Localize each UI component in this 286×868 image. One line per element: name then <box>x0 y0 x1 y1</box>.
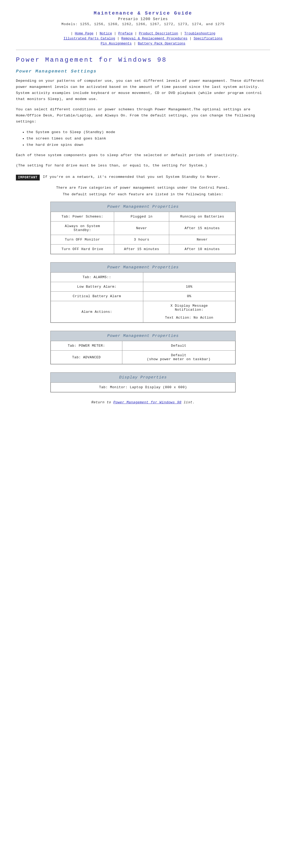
table-cell: Running on Batteries <box>169 212 235 221</box>
bullet-item-1: the System goes to Sleep (Standby) mode <box>27 129 270 135</box>
table-cell: Tab: ALARMS:: <box>51 273 143 282</box>
return-suffix: list. <box>181 400 195 404</box>
table-cell: Alarm Actions: <box>51 301 143 322</box>
table-cell: 0% <box>143 291 235 301</box>
table-cell: Never <box>114 221 169 235</box>
header-title: Maintenance & Service Guide <box>16 10 270 16</box>
nav-line1: | Home Page | Notice | Preface | Product… <box>16 31 270 35</box>
table-cell: Plugged in <box>114 212 169 221</box>
nav-pin-assignments[interactable]: Pin Assignments <box>101 41 132 45</box>
header-section: Maintenance & Service Guide Presario 120… <box>16 10 270 26</box>
page-title: Power Management for Windows 98 <box>16 56 270 63</box>
table-row: Tab: ALARMS:: <box>51 273 235 282</box>
table-cell <box>143 273 235 282</box>
nav-line3: Pin Assignments | Battery Pack Operation… <box>16 41 270 45</box>
table1: Tab: Power Schemes: Plugged in Running o… <box>51 212 235 254</box>
table4-wrapper: Display Properties Tab: Monitor: Laptop … <box>50 372 236 393</box>
table-row: Tab: ADVANCED Default(show power meter o… <box>51 351 235 364</box>
nav-removal[interactable]: Removal & Replacement Procedures <box>121 36 188 40</box>
return-link[interactable]: Power Management for Windows 98 <box>113 400 181 404</box>
table4: Tab: Monitor: Laptop Display (800 x 600) <box>51 382 235 392</box>
table-row: Tab: Monitor: Laptop Display (800 x 600) <box>51 383 235 392</box>
bullet-list: the System goes to Sleep (Standby) mode … <box>27 129 270 149</box>
table3: Tab: POWER METER: Default Tab: ADVANCED … <box>51 341 235 364</box>
body-paragraph-1: Depending on your patterns of computer u… <box>16 78 270 102</box>
nav-product-description[interactable]: Product Description <box>139 31 178 35</box>
table-cell: After 15 minutes <box>169 221 235 235</box>
table4-title: Display Properties <box>51 373 235 382</box>
table2: Tab: ALARMS:: Low Battery Alarm: 10% Cri… <box>51 272 235 322</box>
table-cell: Tab: Monitor: Laptop Display (800 x 600) <box>51 383 235 392</box>
important-text: If you're on a network, it's recommended… <box>43 174 221 180</box>
five-categories-text: There are five categories of power manag… <box>16 186 270 190</box>
important-box: IMPORTANT If you're on a network, it's r… <box>16 174 270 181</box>
nav-troubleshooting[interactable]: Troubleshooting <box>184 31 215 35</box>
default-settings-text: The default settings for each feature ar… <box>16 192 270 196</box>
important-label: IMPORTANT <box>16 175 40 181</box>
table-cell: Tab: Power Schemes: <box>51 212 114 221</box>
nav-battery-pack[interactable]: Battery Pack Operations <box>138 41 185 45</box>
table-cell: Low Battery Alarm: <box>51 282 143 291</box>
table2-wrapper: Power Management Properties Tab: ALARMS:… <box>50 262 236 323</box>
table-row: Alarm Actions: X Display MessageNotifica… <box>51 301 235 322</box>
nav-specifications[interactable]: Specifications <box>194 36 223 40</box>
table-cell: Critical Battery Alarm <box>51 291 143 301</box>
bullet-item-2: the screen times out and goes blank <box>27 135 270 142</box>
table3-wrapper: Power Management Properties Tab: POWER M… <box>50 331 236 364</box>
bullet-item-3: the hard drive spins down <box>27 142 270 148</box>
body-paragraph-2: You can select different conditions or p… <box>16 107 270 125</box>
table2-title: Power Management Properties <box>51 262 235 272</box>
table-cell: Default <box>122 341 235 351</box>
nav-home[interactable]: Home Page <box>75 31 93 35</box>
table-row: Low Battery Alarm: 10% <box>51 282 235 291</box>
table-cell: After 15 minutes <box>114 245 169 254</box>
table-cell: After 10 minutes <box>169 245 235 254</box>
table1-wrapper: Power Management Properties Tab: Power S… <box>50 202 236 254</box>
table-cell: Default(show power meter on taskbar) <box>122 351 235 364</box>
table-row: Tab: Power Schemes: Plugged in Running o… <box>51 212 235 221</box>
nav-line2: Illustrated Parts Catalog | Removal & Re… <box>16 36 270 40</box>
table-cell: 10% <box>143 282 235 291</box>
nav-notice[interactable]: Notice <box>99 31 112 35</box>
table1-title: Power Management Properties <box>51 202 235 212</box>
table-cell: Tab: POWER METER: <box>51 341 122 351</box>
table-cell: Always on SystemStandby: <box>51 221 114 235</box>
table-cell: Never <box>169 235 235 245</box>
return-link-paragraph: Return to Power Management for Windows 9… <box>16 400 270 404</box>
return-prefix: Return to <box>91 400 113 404</box>
table-row: Critical Battery Alarm 0% <box>51 291 235 301</box>
table-row: Turn OFF Hard Drive After 15 minutes Aft… <box>51 245 235 254</box>
table-row: Turn OFF Monitor 3 hours Never <box>51 235 235 245</box>
after-bullets-2: (The setting for hard drive must be less… <box>16 163 270 169</box>
after-bullets-1: Each of these system components goes to … <box>16 152 270 158</box>
table-cell: Tab: ADVANCED <box>51 351 122 364</box>
nav-illustrated-parts[interactable]: Illustrated Parts Catalog <box>63 36 115 40</box>
header-models: Models: 1255, 1256, 1260, 1262, 1266, 12… <box>16 22 270 26</box>
table-row: Always on SystemStandby: Never After 15 … <box>51 221 235 235</box>
table-cell: Turn OFF Hard Drive <box>51 245 114 254</box>
section-title: Power Management Settings <box>16 69 270 74</box>
table-cell: Turn OFF Monitor <box>51 235 114 245</box>
table-row: Tab: POWER METER: Default <box>51 341 235 351</box>
nav-preface[interactable]: Preface <box>118 31 133 35</box>
table3-title: Power Management Properties <box>51 331 235 341</box>
header-subtitle: Presario 1200 Series <box>16 17 270 21</box>
table-cell: 3 hours <box>114 235 169 245</box>
table-cell: X Display MessageNotification:Text Actio… <box>143 301 235 322</box>
